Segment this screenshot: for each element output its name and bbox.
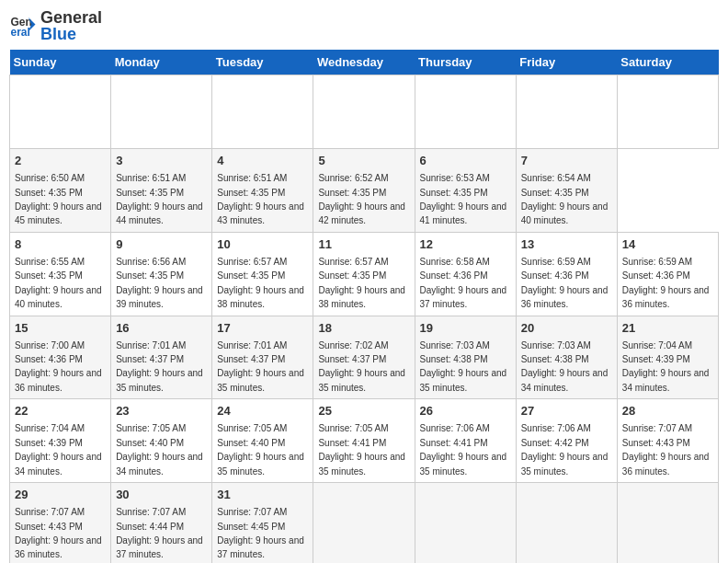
day-info: Sunrise: 7:07 AMSunset: 4:45 PMDaylight:… (217, 507, 304, 559)
day-info: Sunrise: 7:05 AMSunset: 4:40 PMDaylight:… (116, 423, 203, 476)
calendar-cell: 20Sunrise: 7:03 AMSunset: 4:38 PMDayligh… (516, 316, 617, 399)
calendar-cell (516, 75, 617, 149)
calendar-cell (617, 483, 718, 564)
calendar-cell (313, 75, 415, 149)
calendar-cell (516, 483, 617, 564)
day-info: Sunrise: 6:55 AMSunset: 4:35 PMDaylight:… (15, 257, 102, 309)
day-info: Sunrise: 7:04 AMSunset: 4:39 PMDaylight:… (15, 423, 102, 476)
calendar-cell: 18Sunrise: 7:02 AMSunset: 4:37 PMDayligh… (313, 316, 415, 399)
day-number: 27 (521, 403, 612, 419)
day-number: 3 (116, 153, 207, 169)
calendar-cell: 15Sunrise: 7:00 AMSunset: 4:36 PMDayligh… (10, 316, 111, 399)
day-number: 31 (217, 487, 308, 503)
day-number: 26 (420, 403, 511, 419)
day-number: 22 (15, 403, 106, 419)
day-number: 11 (318, 236, 409, 253)
day-number: 17 (217, 320, 308, 337)
calendar-cell: 5Sunrise: 6:52 AMSunset: 4:35 PMDaylight… (313, 149, 415, 233)
day-info: Sunrise: 7:03 AMSunset: 4:38 PMDaylight:… (420, 340, 507, 393)
calendar-cell: 30Sunrise: 7:07 AMSunset: 4:44 PMDayligh… (111, 483, 212, 564)
day-info: Sunrise: 7:03 AMSunset: 4:38 PMDaylight:… (521, 340, 609, 393)
day-number: 5 (318, 153, 409, 169)
day-info: Sunrise: 7:00 AMSunset: 4:36 PMDaylight:… (15, 340, 102, 393)
day-info: Sunrise: 6:57 AMSunset: 4:35 PMDaylight:… (217, 257, 304, 309)
calendar-cell (415, 75, 516, 149)
day-number: 15 (15, 320, 106, 337)
day-info: Sunrise: 6:51 AMSunset: 4:35 PMDaylight:… (217, 173, 304, 225)
svg-text:eral: eral (11, 26, 30, 39)
day-number: 14 (622, 236, 713, 253)
calendar-cell (415, 483, 516, 564)
calendar-cell: 23Sunrise: 7:05 AMSunset: 4:40 PMDayligh… (111, 399, 212, 483)
day-number: 21 (622, 320, 713, 337)
calendar-cell: 13Sunrise: 6:59 AMSunset: 4:36 PMDayligh… (516, 232, 617, 316)
calendar-cell: 9Sunrise: 6:56 AMSunset: 4:35 PMDaylight… (111, 232, 212, 316)
calendar-cell: 12Sunrise: 6:58 AMSunset: 4:36 PMDayligh… (415, 232, 516, 316)
calendar-cell: 4Sunrise: 6:51 AMSunset: 4:35 PMDaylight… (212, 149, 313, 233)
day-info: Sunrise: 6:56 AMSunset: 4:35 PMDaylight:… (116, 257, 203, 309)
calendar-cell (313, 483, 415, 564)
header-day-friday: Friday (516, 50, 617, 75)
calendar-cell: 25Sunrise: 7:05 AMSunset: 4:41 PMDayligh… (313, 399, 415, 483)
day-info: Sunrise: 6:51 AMSunset: 4:35 PMDaylight:… (116, 173, 203, 225)
calendar-cell: 17Sunrise: 7:01 AMSunset: 4:37 PMDayligh… (212, 316, 313, 399)
day-info: Sunrise: 7:02 AMSunset: 4:37 PMDaylight:… (318, 340, 405, 393)
day-info: Sunrise: 7:05 AMSunset: 4:40 PMDaylight:… (217, 423, 304, 476)
day-number: 30 (116, 487, 207, 503)
header-day-tuesday: Tuesday (212, 50, 313, 75)
calendar-cell: 19Sunrise: 7:03 AMSunset: 4:38 PMDayligh… (415, 316, 516, 399)
day-number: 12 (420, 236, 511, 253)
day-info: Sunrise: 7:07 AMSunset: 4:43 PMDaylight:… (15, 507, 102, 559)
day-info: Sunrise: 7:06 AMSunset: 4:41 PMDaylight:… (420, 423, 507, 476)
logo: Gen eral GeneralBlue (9, 9, 102, 42)
header-day-saturday: Saturday (617, 50, 718, 75)
logo-icon: Gen eral (9, 12, 37, 40)
day-number: 10 (217, 236, 308, 253)
calendar-cell: 10Sunrise: 6:57 AMSunset: 4:35 PMDayligh… (212, 232, 313, 316)
calendar-cell: 2Sunrise: 6:50 AMSunset: 4:35 PMDaylight… (10, 149, 111, 233)
day-info: Sunrise: 7:01 AMSunset: 4:37 PMDaylight:… (116, 340, 203, 393)
day-number: 13 (521, 236, 612, 253)
calendar-cell: 27Sunrise: 7:06 AMSunset: 4:42 PMDayligh… (516, 399, 617, 483)
calendar-cell (617, 75, 718, 149)
calendar-cell: 16Sunrise: 7:01 AMSunset: 4:37 PMDayligh… (111, 316, 212, 399)
calendar-week-4: 15Sunrise: 7:00 AMSunset: 4:36 PMDayligh… (10, 316, 719, 399)
day-info: Sunrise: 7:07 AMSunset: 4:43 PMDaylight:… (622, 423, 710, 476)
calendar-week-3: 8Sunrise: 6:55 AMSunset: 4:35 PMDaylight… (10, 232, 719, 316)
day-info: Sunrise: 7:04 AMSunset: 4:39 PMDaylight:… (622, 340, 710, 393)
day-number: 8 (15, 236, 106, 253)
day-info: Sunrise: 6:50 AMSunset: 4:35 PMDaylight:… (15, 173, 102, 225)
calendar-cell: 11Sunrise: 6:57 AMSunset: 4:35 PMDayligh… (313, 232, 415, 316)
header-day-sunday: Sunday (10, 50, 111, 75)
calendar-cell: 21Sunrise: 7:04 AMSunset: 4:39 PMDayligh… (617, 316, 718, 399)
day-info: Sunrise: 6:59 AMSunset: 4:36 PMDaylight:… (521, 257, 609, 309)
day-number: 23 (116, 403, 207, 419)
day-number: 16 (116, 320, 207, 337)
day-number: 29 (15, 487, 106, 503)
day-info: Sunrise: 6:58 AMSunset: 4:36 PMDaylight:… (420, 257, 507, 309)
calendar-week-2: 2Sunrise: 6:50 AMSunset: 4:35 PMDaylight… (10, 149, 719, 233)
day-number: 25 (318, 403, 409, 419)
day-info: Sunrise: 6:52 AMSunset: 4:35 PMDaylight:… (318, 173, 405, 225)
calendar-cell: 14Sunrise: 6:59 AMSunset: 4:36 PMDayligh… (617, 232, 718, 316)
calendar-week-5: 22Sunrise: 7:04 AMSunset: 4:39 PMDayligh… (10, 399, 719, 483)
day-number: 24 (217, 403, 308, 419)
calendar-header-row: SundayMondayTuesdayWednesdayThursdayFrid… (10, 50, 719, 75)
calendar-cell: 31Sunrise: 7:07 AMSunset: 4:45 PMDayligh… (212, 483, 313, 564)
calendar-cell: 29Sunrise: 7:07 AMSunset: 4:43 PMDayligh… (10, 483, 111, 564)
header-day-monday: Monday (111, 50, 212, 75)
header-day-thursday: Thursday (415, 50, 516, 75)
day-number: 28 (622, 403, 713, 419)
calendar-table: SundayMondayTuesdayWednesdayThursdayFrid… (9, 50, 719, 563)
day-number: 2 (15, 153, 106, 169)
day-number: 20 (521, 320, 612, 337)
day-info: Sunrise: 7:01 AMSunset: 4:37 PMDaylight:… (217, 340, 304, 393)
day-info: Sunrise: 6:54 AMSunset: 4:35 PMDaylight:… (521, 173, 609, 225)
day-info: Sunrise: 6:57 AMSunset: 4:35 PMDaylight:… (318, 257, 405, 309)
calendar-cell: 28Sunrise: 7:07 AMSunset: 4:43 PMDayligh… (617, 399, 718, 483)
calendar-cell: 7Sunrise: 6:54 AMSunset: 4:35 PMDaylight… (516, 149, 617, 233)
calendar-week-6: 29Sunrise: 7:07 AMSunset: 4:43 PMDayligh… (10, 483, 719, 564)
day-info: Sunrise: 6:53 AMSunset: 4:35 PMDaylight:… (420, 173, 507, 225)
day-number: 19 (420, 320, 511, 337)
header-day-wednesday: Wednesday (313, 50, 415, 75)
